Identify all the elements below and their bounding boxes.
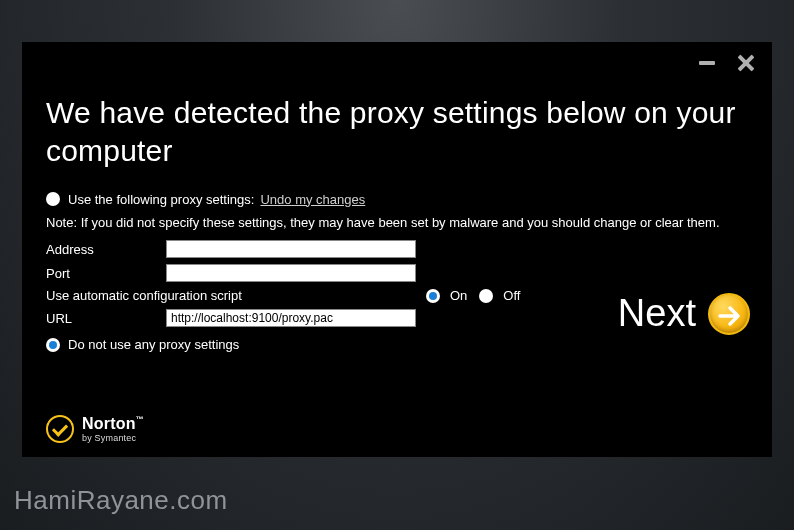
address-label: Address — [46, 242, 166, 257]
port-row: Port — [46, 264, 748, 282]
watermark-text: HamiRayane.com — [14, 485, 228, 516]
use-following-label: Use the following proxy settings: — [68, 192, 254, 207]
auto-config-on-radio[interactable] — [426, 289, 440, 303]
minimize-icon[interactable] — [698, 54, 716, 72]
proxy-settings-dialog: We have detected the proxy settings belo… — [22, 42, 772, 457]
port-label: Port — [46, 266, 166, 281]
on-off-group: On Off — [426, 288, 520, 303]
use-following-row: Use the following proxy settings: Undo m… — [46, 187, 748, 211]
use-following-radio[interactable] — [46, 192, 60, 206]
next-button-label: Next — [618, 292, 696, 335]
arrow-right-icon — [708, 293, 750, 335]
on-label: On — [450, 288, 467, 303]
brand-text: Norton™ by Symantec — [82, 416, 144, 443]
undo-changes-link[interactable]: Undo my changes — [260, 192, 365, 207]
do-not-use-radio[interactable] — [46, 338, 60, 352]
brand-byline: by Symantec — [82, 434, 144, 443]
off-label: Off — [503, 288, 520, 303]
do-not-use-label: Do not use any proxy settings — [68, 337, 239, 352]
window-controls — [698, 54, 754, 72]
next-button[interactable]: Next — [618, 292, 750, 335]
brand-name: Norton™ — [82, 416, 144, 432]
port-input[interactable] — [166, 264, 416, 282]
auto-config-label: Use automatic configuration script — [46, 288, 426, 303]
do-not-use-row: Do not use any proxy settings — [46, 337, 748, 352]
url-label: URL — [46, 311, 166, 326]
malware-note: Note: If you did not specify these setti… — [46, 215, 748, 230]
page-title: We have detected the proxy settings belo… — [46, 42, 748, 187]
brand-logo: Norton™ by Symantec — [46, 415, 144, 443]
checkmark-icon — [46, 415, 74, 443]
address-row: Address — [46, 240, 748, 258]
address-input[interactable] — [166, 240, 416, 258]
close-icon[interactable] — [736, 54, 754, 72]
auto-config-off-radio[interactable] — [479, 289, 493, 303]
url-input[interactable] — [166, 309, 416, 327]
